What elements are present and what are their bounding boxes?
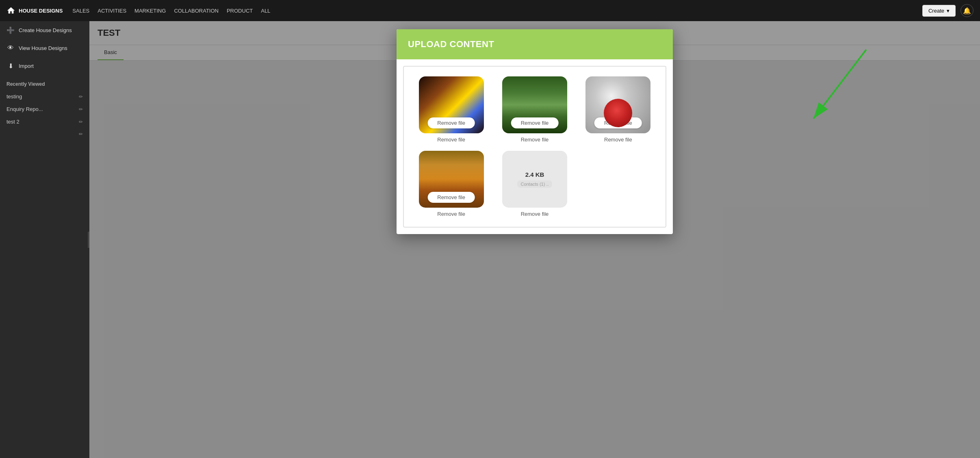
- sidebar: ➕ Create House Designs 👁 View House Desi…: [0, 21, 89, 458]
- nav-items: SALES ACTIVITIES MARKETING COLLABORATION…: [72, 6, 913, 15]
- sidebar-item-view-house[interactable]: 👁 View House Designs: [0, 39, 89, 57]
- create-dropdown-icon: ▾: [947, 8, 950, 14]
- nav-right: Create ▾ 🔔: [922, 4, 973, 17]
- modal-body: Remove file Remove file Remove file Remo…: [403, 66, 666, 228]
- file-thumbnail-2: Remove file: [502, 76, 567, 133]
- modal-title: UPLOAD CONTENT: [408, 39, 661, 50]
- remove-file-button-1[interactable]: Remove file: [427, 117, 475, 128]
- file-thumbnail-5: 2.4 KB Contacts (1) ..: [502, 151, 567, 208]
- recent-item-test2[interactable]: test 2 ✏: [0, 115, 89, 128]
- file-item-2: Remove file Remove file: [497, 76, 572, 143]
- nav-collaboration[interactable]: COLLABORATION: [174, 6, 219, 15]
- file-label-3: Remove file: [604, 137, 632, 143]
- nav-marketing[interactable]: MARKETING: [134, 6, 166, 15]
- file-thumbnail-4: Remove file: [419, 151, 484, 208]
- file-label-5: Remove file: [521, 211, 549, 217]
- sidebar-item-import[interactable]: ⬇ Import: [0, 57, 89, 75]
- plus-icon: ➕: [7, 26, 15, 34]
- recent-item-testing[interactable]: testing ✏: [0, 90, 89, 103]
- recently-viewed-heading: Recently Viewed: [0, 75, 89, 90]
- remove-file-button-2[interactable]: Remove file: [511, 117, 559, 128]
- edit-icon-testing: ✏: [79, 94, 83, 100]
- app-name: HOUSE DESIGNS: [19, 8, 63, 14]
- modal-header: UPLOAD CONTENT: [397, 29, 673, 59]
- nav-activities[interactable]: ACTIVITIES: [98, 6, 126, 15]
- edit-icon-test2: ✏: [79, 119, 83, 125]
- recent-item-extra[interactable]: ✏: [0, 128, 89, 140]
- edit-icon-extra: ✏: [79, 131, 83, 137]
- top-nav: HOUSE DESIGNS SALES ACTIVITIES MARKETING…: [0, 0, 980, 21]
- app-logo[interactable]: HOUSE DESIGNS: [7, 6, 63, 15]
- file-thumbnail-3: Remove file: [585, 76, 650, 133]
- remove-file-button-4[interactable]: Remove file: [427, 192, 475, 203]
- file-label-1: Remove file: [437, 137, 465, 143]
- arrow-annotation: [773, 46, 878, 135]
- nav-all[interactable]: ALL: [261, 6, 270, 15]
- sidebar-item-create-house[interactable]: ➕ Create House Designs: [0, 21, 89, 39]
- home-icon: [7, 6, 15, 15]
- file-item-5: 2.4 KB Contacts (1) .. Remove file: [497, 151, 572, 217]
- file-item-3: Remove file Remove file: [581, 76, 656, 143]
- modal-overlay: UPLOAD CONTENT Remove file Remove file: [89, 21, 980, 458]
- create-button[interactable]: Create ▾: [922, 5, 956, 17]
- file-thumbnail-1: Remove file: [419, 76, 484, 133]
- file-name: Contacts (1) ..: [517, 180, 552, 188]
- file-label-4: Remove file: [437, 211, 465, 217]
- remove-file-button-3[interactable]: Remove file: [594, 117, 642, 128]
- file-label-2: Remove file: [521, 137, 549, 143]
- edit-icon-enquiry: ✏: [79, 106, 83, 112]
- nav-product[interactable]: PRODUCT: [227, 6, 253, 15]
- recent-item-enquiry[interactable]: Enquiry Repo... ✏: [0, 103, 89, 115]
- main-content: TEST Basic UPLOAD CONTENT: [89, 21, 980, 458]
- eye-icon: 👁: [7, 44, 15, 52]
- files-grid: Remove file Remove file Remove file Remo…: [414, 76, 656, 217]
- upload-content-modal: UPLOAD CONTENT Remove file Remove file: [397, 29, 673, 234]
- import-icon: ⬇: [7, 62, 15, 70]
- nav-sales[interactable]: SALES: [72, 6, 89, 15]
- file-size: 2.4 KB: [525, 171, 544, 178]
- notifications-button[interactable]: 🔔: [960, 4, 973, 17]
- file-item-1: Remove file Remove file: [414, 76, 489, 143]
- file-item-4: Remove file Remove file: [414, 151, 489, 217]
- main-layout: ➕ Create House Designs 👁 View House Desi…: [0, 21, 980, 458]
